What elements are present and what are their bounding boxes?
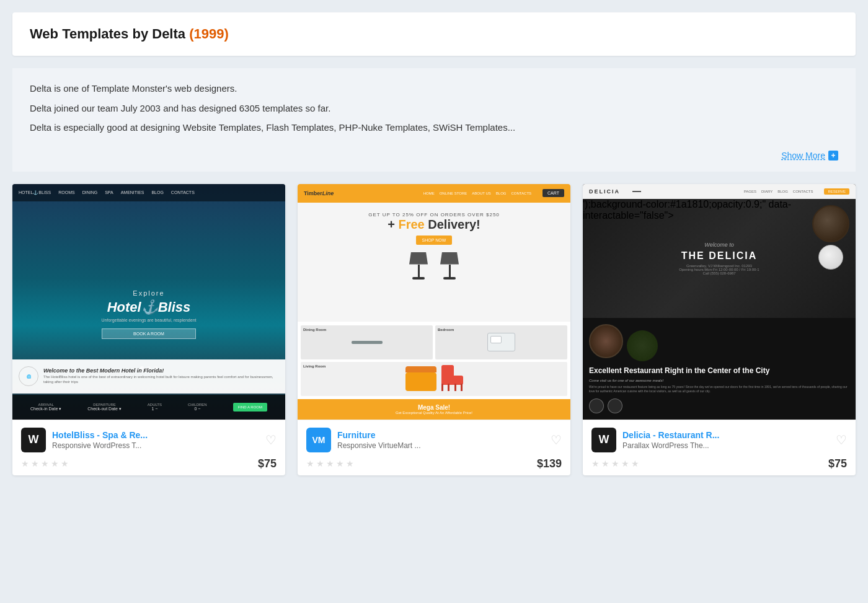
coffee-cup-icon — [589, 324, 623, 358]
award-badge-1 — [589, 398, 604, 413]
template-count: (1999) — [189, 26, 229, 42]
delicia-food-sub: Come visit us for one of our awesome mea… — [589, 379, 849, 382]
hotel-cta-button[interactable]: BOOK A ROOM — [102, 328, 197, 339]
sale-sub-text: Get Exceptional Quality At An Affordable… — [304, 411, 564, 415]
card-heart-delicia[interactable]: ♡ — [836, 433, 847, 447]
hotel-departure-field: DEPARTURE Check-out Date ▾ — [87, 403, 122, 412]
template-preview-furniture[interactable]: TimberLine HOME ONLINE STORE ABOUT US BL… — [298, 184, 570, 420]
bio-section: Delta is one of Template Monster's web d… — [12, 68, 856, 146]
title-text: Web Templates by Delta — [30, 26, 185, 42]
hotel-bottom-section: 🌐 Welcome to the Best Modern Hotel in Fl… — [12, 359, 285, 394]
delicia-nav-links: PAGES DIARY BLOG CONTACTS — [744, 190, 813, 193]
furniture-preview-bg: TimberLine HOME ONLINE STORE ABOUT US BL… — [298, 184, 570, 420]
template-preview-hotel-bliss[interactable]: HOTEL⚓BLISS ROOMS DINING SPA AMENITIES B… — [12, 184, 285, 420]
hotel-search-button[interactable]: FIND A ROOM — [233, 403, 267, 412]
bio-line-1: Delta is one of Template Monster's web d… — [30, 81, 838, 97]
template-card-delicia: DELICIA PAGES DIARY BLOG CONTACTS RESERV… — [583, 184, 856, 475]
hotel-subtitle: Unforgettable evenings are beautiful, re… — [102, 318, 197, 322]
template-preview-delicia[interactable]: DELICIA PAGES DIARY BLOG CONTACTS RESERV… — [583, 184, 856, 420]
card-name-hotel[interactable]: HotelBliss - Spa & Re... — [52, 430, 259, 440]
furniture-cart-button[interactable]: CART — [542, 189, 564, 197]
delicia-address: Greenvalley, VJ Williamgood Inc. 01293Op… — [679, 264, 759, 275]
show-more-link[interactable]: Show More + — [781, 151, 838, 161]
card-top-row-furniture: VM Furniture Responsive VirtueMart ... ♡ — [306, 428, 562, 452]
hotel-preview-bg: HOTEL⚓BLISS ROOMS DINING SPA AMENITIES B… — [12, 184, 285, 420]
award-badge-2 — [608, 398, 622, 413]
hotel-main-title: Hotel⚓Bliss — [102, 299, 197, 315]
card-top-row-hotel: W HotelBliss - Spa & Re... Responsive Wo… — [21, 428, 277, 452]
card-text-hotel: HotelBliss - Spa & Re... Responsive Word… — [52, 430, 259, 450]
card-type-hotel: Responsive WordPress T... — [52, 441, 259, 450]
sofa-icon — [405, 372, 436, 391]
mega-sale-text: Mega Sale! — [304, 404, 564, 411]
room-living: Living Room — [301, 362, 567, 396]
card-icon-delicia: W — [591, 428, 616, 452]
delicia-food-body: We're proud to have our restaurant featu… — [589, 385, 849, 394]
card-icon-furniture: VM — [306, 428, 331, 452]
card-heart-furniture[interactable]: ♡ — [551, 433, 562, 447]
hotel-adults-field: ADULTS 1 − — [148, 403, 162, 411]
delicia-cta-nav-button[interactable]: RESERVE — [824, 188, 849, 195]
delicia-food-left: Excellent Restaurant Right in the Center… — [583, 318, 856, 420]
lamp-right-icon — [437, 252, 462, 283]
card-stars-furniture: ★ ★ ★ ★ ★ — [306, 459, 354, 469]
card-text-furniture: Furniture Responsive VirtueMart ... — [337, 430, 544, 450]
herbs-icon — [627, 330, 658, 361]
page-title: Web Templates by Delta (1999) — [30, 26, 838, 42]
hotel-bottom-body: The HotelBliss hotel is one of the best … — [43, 375, 279, 385]
delicia-welcome-text: Welcome to — [679, 242, 759, 248]
page-header: Web Templates by Delta (1999) — [12, 12, 856, 56]
card-name-furniture[interactable]: Furniture — [337, 430, 544, 440]
card-info-furniture: VM Furniture Responsive VirtueMart ... ♡… — [298, 420, 570, 475]
hotel-logo-text: Explore — [102, 289, 197, 297]
card-top-row-delicia: W Delicia - Restaurant R... Parallax Wor… — [591, 428, 847, 452]
bio-line-2: Delta joined our team July 2003 and has … — [30, 100, 838, 117]
hotel-center-content: Explore Hotel⚓Bliss Unforgettable evenin… — [102, 289, 197, 339]
card-bottom-row-furniture: ★ ★ ★ ★ ★ $139 — [306, 457, 562, 470]
show-more-plus-icon: + — [828, 151, 838, 161]
chair-icon — [441, 366, 463, 391]
bio-line-3: Delta is especially good at designing We… — [30, 120, 838, 136]
card-info-delicia: W Delicia - Restaurant R... Parallax Wor… — [583, 420, 856, 475]
card-type-delicia: Parallax WordPress The... — [622, 441, 830, 450]
card-stars-delicia: ★ ★ ★ ★ ★ — [591, 459, 639, 469]
delicia-food-title: Excellent Restaurant Right in the Center… — [589, 366, 849, 376]
card-name-delicia[interactable]: Delicia - Restaurant R... — [622, 430, 830, 440]
lamp-left-icon — [406, 252, 431, 283]
table-icon — [352, 341, 383, 344]
card-price-delicia: $75 — [828, 457, 847, 470]
delicia-hero-section: ');background-color:#1a1810;opacity:0.9;… — [583, 199, 856, 318]
furniture-nav-items: HOME ONLINE STORE ABOUT US BLOG CONTACTS — [423, 191, 531, 195]
hotel-booking-bar: ARRIVAL Check-in Date ▾ DEPARTURE Check-… — [12, 395, 285, 420]
template-card-hotel-bliss: HOTEL⚓BLISS ROOMS DINING SPA AMENITIES B… — [12, 184, 285, 475]
bed-icon — [487, 333, 515, 351]
card-heart-hotel[interactable]: ♡ — [265, 433, 277, 447]
garlic-icon — [818, 245, 843, 270]
hotel-arrival-field: ARRIVAL Check-in Date ▾ — [30, 403, 61, 412]
hotel-nav-bar: HOTEL⚓BLISS ROOMS DINING SPA AMENITIES B… — [12, 184, 285, 201]
delicia-food-decor — [812, 205, 849, 270]
hotel-badge: 🌐 — [19, 366, 38, 386]
furniture-promo-text: GET UP TO 25% OFF ON ORDERS OVER $250 — [368, 212, 500, 218]
card-stars-hotel: ★ ★ ★ ★ ★ — [21, 459, 69, 469]
templates-grid: HOTEL⚓BLISS ROOMS DINING SPA AMENITIES B… — [12, 184, 856, 475]
card-price-furniture: $139 — [537, 457, 562, 470]
furniture-nav-bar: TimberLine HOME ONLINE STORE ABOUT US BL… — [298, 184, 570, 203]
furniture-main-promo: + Free Delivery! — [388, 218, 480, 232]
card-bottom-row-delicia: ★ ★ ★ ★ ★ $75 — [591, 457, 847, 470]
card-bottom-row-hotel: ★ ★ ★ ★ ★ $75 — [21, 457, 277, 470]
card-info-hotel-bliss: W HotelBliss - Spa & Re... Responsive Wo… — [12, 420, 285, 475]
furniture-hero-section: GET UP TO 25% OFF ON ORDERS OVER $250 + … — [298, 203, 570, 322]
furniture-shop-button[interactable]: SHOP NOW — [416, 235, 453, 245]
card-price-hotel: $75 — [258, 457, 277, 470]
delicia-food-images — [589, 324, 849, 361]
show-more-row: Show More + — [12, 146, 856, 172]
hotel-children-field: CHILDREN 0 − — [188, 403, 207, 411]
food-plate-icon — [812, 205, 849, 242]
card-text-delicia: Delicia - Restaurant R... Parallax WordP… — [622, 430, 830, 450]
delicia-nav-icons — [632, 190, 641, 193]
furniture-logo: TimberLine — [304, 190, 334, 196]
furniture-sale-bar: Mega Sale! Get Exceptional Quality At An… — [298, 399, 570, 420]
template-card-furniture: TimberLine HOME ONLINE STORE ABOUT US BL… — [298, 184, 570, 475]
card-type-furniture: Responsive VirtueMart ... — [337, 441, 544, 450]
